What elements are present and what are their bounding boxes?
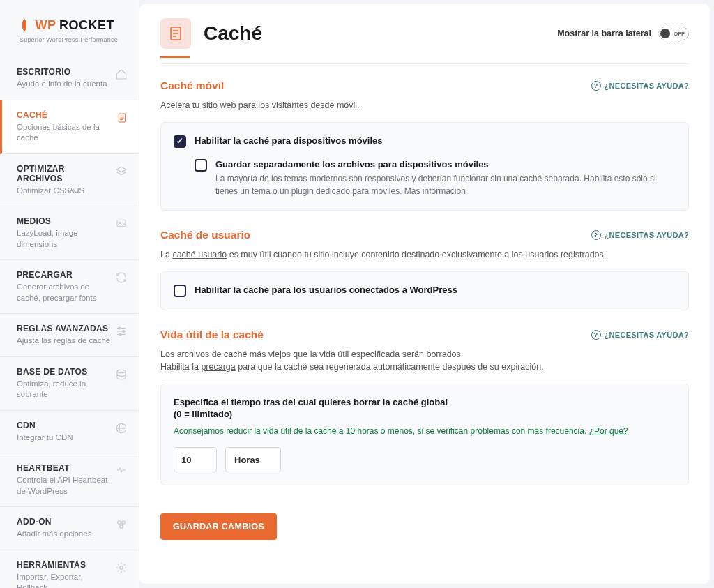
nav-sub: Integrar tu CDN [17,432,111,444]
nav-sub: Añadir más opciones [17,529,111,540]
label-enable-user-cache: Habilitar la caché para los usuarios con… [195,285,676,295]
logo: WP ROCKET Superior WordPress Performance [0,0,139,57]
svg-point-10 [119,327,121,329]
page-header: Caché Mostrar la barra lateral OFF [160,18,689,49]
active-tab-underline [160,56,190,58]
help-icon: ? [591,230,601,240]
sidebar-item-precargar[interactable]: PRECARGARGenerar archivos de caché, prec… [0,260,139,314]
svg-point-12 [119,333,121,336]
sidebar-item-cach-[interactable]: CACHÉOpciones básicas de la caché [0,100,139,154]
nav-sub: Controla el API Heartbeat de WordPress [17,475,111,497]
home-icon [115,68,128,83]
nav-sub: Generar archivos de caché, precargar fon… [17,282,111,303]
main-panel: Caché Mostrar la barra lateral OFF Caché… [139,4,710,584]
sliders-icon [115,325,128,340]
save-button[interactable]: GUARDAR CAMBIOS [160,513,277,540]
lifespan-field-title: Especifica el tiempo tras del cual quier… [174,397,676,407]
nav-sub: Optimiza, reduce lo sobrante [17,379,111,400]
lifespan-field-sub: (0 = ilimitado) [174,409,676,419]
section-title-lifespan: Vida útil de la caché [160,329,264,341]
sidebar-item-heartbeat[interactable]: HEARTBEATControla el API Heartbeat de Wo… [0,453,139,507]
preload-link[interactable]: precarga [201,362,235,372]
sidebar-item-base-de-datos[interactable]: BASE DE DATOSOptimiza, reduce lo sobrant… [0,357,139,411]
svg-point-13 [117,370,126,373]
sidebar-item-reglas-avanzadas[interactable]: REGLAS AVANZADASAjusta las reglas de cac… [0,314,139,357]
help-link-user[interactable]: ? ¿NECESITAS AYUDA? [591,230,689,240]
nav-title: HEARTBEAT [17,463,111,473]
mobile-panel: Habilitar la caché para dispositivos móv… [160,122,689,211]
globe-icon [115,422,128,437]
label-separate-mobile-files: Guardar separadamente los archivos para … [215,159,676,169]
sidebar-item-medios[interactable]: MEDIOSLazyLoad, image dimensions [0,206,139,260]
svg-point-22 [120,566,123,569]
checkbox-enable-mobile-cache[interactable] [174,135,186,148]
lifespan-value-input[interactable] [174,447,217,472]
svg-point-19 [120,525,123,529]
header-divider [160,63,689,64]
label-enable-mobile-cache: Habilitar la caché para dispositivos móv… [195,135,676,146]
section-desc-lifespan: Los archivos de caché más viejos que la … [160,348,689,375]
help-icon: ? [591,81,601,91]
svg-rect-5 [117,220,126,226]
lifespan-tip: Aconsejamos reducir la vida útil de la c… [174,425,676,437]
section-user-cache: Caché de usuario ? ¿NECESITAS AYUDA? La … [160,229,689,310]
user-panel: Habilitar la caché para los usuarios con… [160,271,689,310]
lifespan-unit-select[interactable]: Horas [225,447,281,472]
checkbox-separate-mobile-files[interactable] [195,159,207,172]
nav: ESCRITORIOAyuda e info de la cuentaCACHÉ… [0,57,139,588]
section-desc-mobile: Acelera tu sitio web para los visitantes… [160,99,689,112]
nav-sub: Optimizar CSS&JS [17,186,111,197]
svg-point-11 [123,331,125,333]
sidebar-item-optimizar-archivos[interactable]: OPTIMIZAR ARCHIVOSOptimizar CSS&JS [0,154,139,207]
nav-title: BASE DE DATOS [17,367,111,377]
nav-title: CDN [17,421,111,430]
sidebar-item-cdn[interactable]: CDNIntegrar tu CDN [0,411,139,454]
sidebar-item-escritorio[interactable]: ESCRITORIOAyuda e info de la cuenta [0,57,139,100]
gear-icon [115,561,128,576]
sidebar: WP ROCKET Superior WordPress Performance… [0,0,139,588]
layers-icon [115,165,128,180]
nav-sub: Opciones básicas de la caché [17,122,112,144]
cache-header-icon [160,18,191,49]
rocket-icon [20,18,29,35]
sidebar-item-herramientas[interactable]: HERRAMIENTASImportar, Exportar, Rollback [0,550,139,588]
lifespan-panel: Especifica el tiempo tras del cual quier… [160,384,689,485]
section-desc-user: La caché usuario es muy útil cuando tu s… [160,248,689,262]
nav-sub: Ayuda e info de la cuenta [17,79,111,90]
svg-line-20 [121,524,121,525]
nav-title: ESCRITORIO [17,67,111,77]
nav-title: CACHÉ [17,110,112,120]
heartbeat-icon [115,465,128,478]
help-icon: ? [591,330,601,340]
svg-line-21 [122,524,123,525]
sidebar-toggle-label: Mostrar la barra lateral [557,29,651,38]
nav-sub: LazyLoad, image dimensions [17,228,111,250]
nav-title: HERRAMIENTAS [17,560,111,570]
nav-sub: Importar, Exportar, Rollback [17,572,111,588]
toggle-state: OFF [674,31,685,37]
more-info-link[interactable]: Más información [404,186,466,196]
nav-title: OPTIMIZAR ARCHIVOS [17,164,111,183]
page-title: Caché [204,22,262,45]
nav-title: ADD-ON [17,517,111,527]
user-cache-link[interactable]: caché usuario [172,250,227,259]
desc-separate-mobile-files: La mayoría de los temas modernos son res… [215,172,676,197]
checkbox-enable-user-cache[interactable] [174,285,186,297]
logo-rocket: ROCKET [59,18,114,32]
section-title-user: Caché de usuario [160,229,250,241]
file-icon [116,112,128,126]
logo-wp: WP [35,18,56,32]
database-icon [115,368,128,383]
help-link-mobile[interactable]: ? ¿NECESITAS AYUDA? [591,81,689,91]
why-link[interactable]: ¿Por qué? [589,426,628,436]
logo-tagline: Superior WordPress Performance [20,36,126,43]
help-link-lifespan[interactable]: ? ¿NECESITAS AYUDA? [591,330,689,340]
nav-title: PRECARGAR [17,270,111,280]
puzzle-icon [115,518,128,533]
toggle-knob [660,29,670,38]
sidebar-toggle[interactable]: OFF [658,27,689,40]
section-mobile-cache: Caché móvil ? ¿NECESITAS AYUDA? Acelera … [160,80,689,211]
section-title-mobile: Caché móvil [160,80,224,92]
sidebar-item-add-on[interactable]: ADD-ONAñadir más opciones [0,507,139,550]
nav-title: MEDIOS [17,216,111,226]
